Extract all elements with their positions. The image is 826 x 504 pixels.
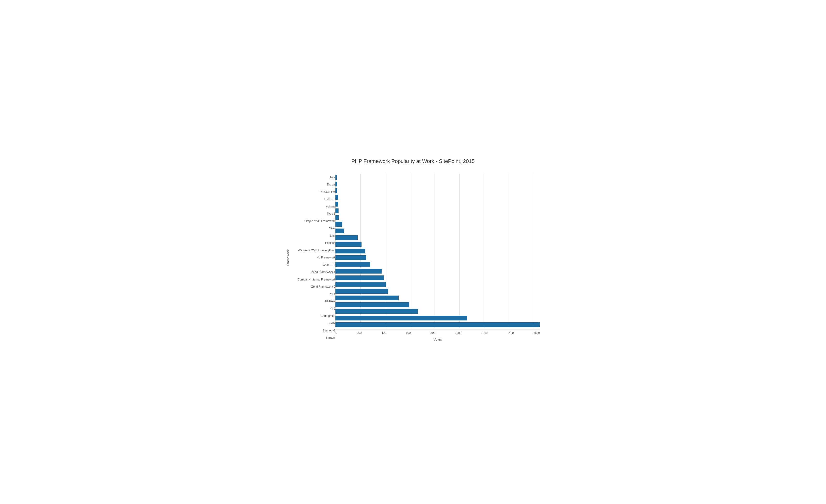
bar-row (336, 181, 540, 187)
bar-row (336, 301, 540, 308)
bar-row (336, 194, 540, 201)
x-tick: 800 (430, 331, 435, 334)
bar (336, 282, 386, 287)
y-label: We use a CMS for everything (292, 247, 336, 254)
x-tick: 1000 (455, 331, 462, 334)
bar (336, 215, 339, 220)
y-label: TYPO3 Flow (292, 189, 336, 195)
bar (336, 175, 337, 180)
bar (336, 269, 382, 273)
y-label: No Framework (292, 254, 336, 261)
x-tick: 200 (357, 331, 361, 334)
bar-row (336, 221, 540, 228)
bar-row (336, 288, 540, 295)
bar-row (336, 254, 540, 261)
bar-row (336, 228, 540, 234)
x-tick: 600 (406, 331, 411, 334)
bar-row (336, 207, 540, 214)
bar (336, 255, 366, 260)
bar (336, 242, 361, 247)
y-label: Yii 2 (292, 305, 336, 312)
y-label: Slim (292, 232, 336, 239)
bar (336, 296, 399, 300)
x-tick: 0 (336, 331, 337, 334)
y-label: PHPixie (292, 298, 336, 305)
bar (336, 182, 337, 186)
y-label: Aura (292, 174, 336, 181)
x-tick: 1600 (533, 331, 540, 334)
chart-area: Framework AuraDrupalTYPO3 FlowFuelPHPKoh… (286, 174, 540, 341)
x-axis-label: Votes (336, 337, 540, 341)
y-label: Company Internal Framework (292, 276, 336, 283)
bar (336, 249, 365, 253)
bar (336, 275, 384, 280)
chart-title: PHP Framework Popularity at Work - SiteP… (286, 158, 540, 165)
y-label: Zend Framework 1 (292, 269, 336, 275)
grid-and-bars (336, 174, 540, 328)
bar-row (336, 241, 540, 248)
bar (336, 195, 338, 200)
y-axis-label: Framework (286, 174, 290, 341)
bar-row (336, 308, 540, 315)
y-label: Phalcon (292, 240, 336, 246)
chart-container: PHP Framework Popularity at Work - SiteP… (281, 148, 545, 356)
bar (336, 316, 467, 320)
bar-row (336, 201, 540, 207)
y-label: Symfony2 (292, 327, 336, 334)
bar-row (336, 268, 540, 274)
bar (336, 222, 342, 227)
bar (336, 235, 358, 240)
bar-row (336, 214, 540, 221)
bar (336, 309, 418, 314)
y-label: Kohana (292, 203, 336, 210)
bar-row (336, 261, 540, 268)
bar (336, 229, 344, 233)
y-label: CodeIgniter (292, 313, 336, 319)
bar (336, 202, 338, 206)
y-label: Zend Framework 2 (292, 284, 336, 290)
y-label: FuelPHP (292, 196, 336, 202)
x-tick: 1400 (507, 331, 514, 334)
bar-row (336, 295, 540, 301)
x-axis: 02004006008001000120014001600 (336, 329, 540, 334)
bar (336, 208, 339, 213)
bar-row (336, 315, 540, 321)
bars-and-grid: 02004006008001000120014001600 Votes (336, 174, 540, 341)
y-label: Simple MVC Framework (292, 218, 336, 225)
bar (336, 302, 409, 307)
y-label: Drupal (292, 181, 336, 188)
bar-row (336, 187, 540, 194)
x-tick: 1200 (481, 331, 488, 334)
bar-row (336, 174, 540, 181)
bar-row (336, 321, 540, 328)
y-labels: AuraDrupalTYPO3 FlowFuelPHPKohanaTypo 3S… (292, 174, 336, 341)
y-label: Laravel (292, 334, 336, 341)
y-label: CakePHP (292, 262, 336, 268)
x-tick: 400 (381, 331, 386, 334)
bar-row (336, 274, 540, 281)
bar (336, 289, 388, 294)
y-label: Silex (292, 225, 336, 232)
bar-row (336, 234, 540, 241)
bar (336, 262, 370, 267)
y-label: Yii 1 (292, 291, 336, 298)
bar (336, 322, 540, 327)
bar (336, 188, 337, 193)
y-label: Nette (292, 320, 336, 327)
y-label: Typo 3 (292, 210, 336, 217)
bar-row (336, 281, 540, 288)
bar-row (336, 248, 540, 254)
